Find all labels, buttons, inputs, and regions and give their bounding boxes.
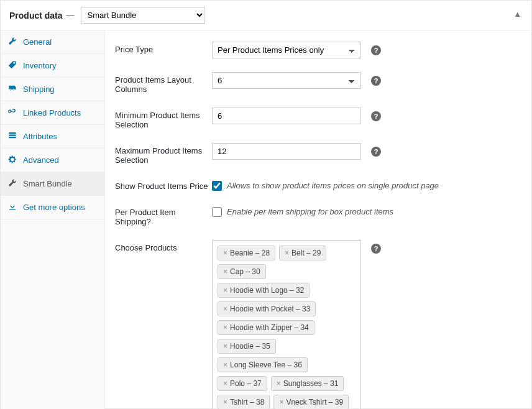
row-min-selection: Minimum Product Items Selection ?: [115, 108, 513, 129]
product-tag[interactable]: ×Hoodie with Logo – 32: [218, 283, 310, 298]
wrench-icon: [8, 37, 19, 47]
sidebar: General Inventory Shipping Linked Produc…: [1, 30, 105, 409]
panel-title: Product data: [9, 11, 63, 21]
tag-remove-icon[interactable]: ×: [223, 398, 227, 407]
sidebar-item-label: Attributes: [23, 132, 57, 141]
row-per-item-shipping: Per Product Item Shipping? Enable per it…: [115, 204, 513, 226]
sidebar-item-label: Get more options: [23, 203, 85, 212]
label-choose-products: Choose Products: [115, 240, 212, 252]
checkbox-per-item-shipping[interactable]: [212, 207, 222, 217]
sidebar-item-label: General: [23, 37, 52, 47]
product-tag[interactable]: ×Polo – 37: [218, 376, 267, 391]
description-per-item-shipping: Enable per item shipping for box product…: [227, 207, 393, 216]
panel-header: Product data — Smart Bundle ▲: [1, 1, 531, 30]
tag-label: Cap – 30: [230, 267, 260, 276]
product-tag[interactable]: ×Beanie – 28: [218, 246, 275, 260]
tag-remove-icon[interactable]: ×: [223, 361, 227, 369]
sidebar-item-linked-products[interactable]: Linked Products: [1, 101, 104, 125]
tag-remove-icon[interactable]: ×: [223, 342, 227, 351]
select-layout-columns[interactable]: 6: [212, 72, 361, 89]
product-tag[interactable]: ×Cap – 30: [218, 264, 266, 279]
gear-icon: [8, 155, 19, 165]
row-max-selection: Maximum Product Items Selection ?: [115, 143, 513, 165]
description-show-prices: Allows to show product items prices on s…: [227, 181, 439, 190]
tag-remove-icon[interactable]: ×: [279, 398, 283, 407]
title-dash: —: [66, 11, 75, 20]
tag-label: Hoodie with Pocket – 33: [230, 305, 310, 313]
row-show-prices: Show Product Items Price Allows to show …: [115, 178, 513, 191]
sidebar-item-advanced[interactable]: Advanced: [1, 149, 104, 172]
link-icon: [8, 108, 19, 118]
input-max-selection[interactable]: [212, 143, 361, 160]
product-tag[interactable]: ×Long Sleeve Tee – 36: [218, 357, 308, 372]
tag-label: Beanie – 28: [230, 249, 270, 257]
sidebar-item-general[interactable]: General: [1, 30, 104, 54]
tag-remove-icon[interactable]: ×: [223, 267, 227, 276]
product-tag[interactable]: ×Tshirt – 38: [218, 395, 270, 409]
input-min-selection[interactable]: [212, 108, 361, 124]
sidebar-item-label: Advanced: [23, 155, 59, 165]
product-tag[interactable]: ×Belt – 29: [279, 246, 326, 260]
help-icon[interactable]: ?: [371, 147, 381, 157]
product-tag[interactable]: ×Hoodie with Zipper – 34: [218, 320, 314, 335]
product-tag[interactable]: ×Vneck Tshirt – 39: [273, 395, 349, 409]
help-icon[interactable]: ?: [371, 244, 381, 254]
tag-remove-icon[interactable]: ×: [223, 305, 227, 313]
tag-label: Belt – 29: [291, 249, 321, 257]
sidebar-item-attributes[interactable]: Attributes: [1, 125, 104, 149]
checkbox-show-prices[interactable]: [212, 181, 222, 191]
label-max-selection: Maximum Product Items Selection: [115, 143, 212, 165]
help-icon[interactable]: ?: [371, 45, 381, 55]
sidebar-item-label: Linked Products: [23, 108, 81, 117]
tag-label: Tshirt – 38: [230, 398, 264, 407]
product-tag-container[interactable]: ×Beanie – 28×Belt – 29×Cap – 30×Hoodie w…: [212, 240, 361, 409]
tag-remove-icon[interactable]: ×: [223, 249, 227, 257]
help-icon[interactable]: ?: [371, 76, 381, 86]
panel-body: General Inventory Shipping Linked Produc…: [1, 30, 531, 409]
label-min-selection: Minimum Product Items Selection: [115, 108, 212, 129]
product-tag[interactable]: ×Hoodie – 35: [218, 339, 276, 354]
sidebar-item-label: Smart Bundle: [23, 179, 72, 188]
row-choose-products: Choose Products ×Beanie – 28×Belt – 29×C…: [115, 240, 513, 409]
sidebar-item-inventory[interactable]: Inventory: [1, 54, 104, 78]
truck-icon: [8, 84, 19, 94]
label-show-prices: Show Product Items Price: [115, 178, 212, 191]
label-per-item-shipping: Per Product Item Shipping?: [115, 204, 212, 226]
download-icon: [8, 202, 19, 213]
tag-label: Hoodie with Logo – 32: [230, 286, 304, 295]
select-price-type[interactable]: Per Product Items Prices only: [212, 42, 361, 58]
tag-label: Vneck Tshirt – 39: [286, 398, 343, 407]
tag-remove-icon[interactable]: ×: [223, 323, 227, 332]
product-type-select[interactable]: Smart Bundle: [81, 7, 205, 24]
product-data-panel: Product data — Smart Bundle ▲ General In…: [0, 0, 532, 409]
help-icon[interactable]: ?: [371, 111, 381, 121]
product-tag[interactable]: ×Hoodie with Pocket – 33: [218, 301, 316, 316]
collapse-toggle-icon[interactable]: ▲: [513, 9, 521, 19]
tag-label: Hoodie with Zipper – 34: [230, 323, 309, 332]
sidebar-item-shipping[interactable]: Shipping: [1, 78, 104, 101]
tag-remove-icon[interactable]: ×: [285, 249, 289, 257]
content-area: Price Type Per Product Items Prices only…: [105, 30, 531, 409]
sidebar-item-label: Inventory: [23, 61, 56, 70]
sidebar-item-get-more[interactable]: Get more options: [1, 196, 104, 219]
tag-label: Long Sleeve Tee – 36: [230, 361, 302, 369]
list-icon: [8, 131, 19, 142]
tag-remove-icon[interactable]: ×: [223, 379, 227, 388]
row-layout-columns: Product Items Layout Columns 6 ?: [115, 72, 513, 94]
label-layout-columns: Product Items Layout Columns: [115, 72, 212, 94]
tag-icon: [8, 60, 19, 71]
sidebar-item-smart-bundle[interactable]: Smart Bundle: [1, 172, 104, 196]
tag-label: Hoodie – 35: [230, 342, 270, 351]
tag-remove-icon[interactable]: ×: [277, 379, 281, 388]
product-tag[interactable]: ×Sunglasses – 31: [271, 376, 344, 391]
wrench-icon: [8, 178, 19, 189]
tag-label: Polo – 37: [230, 379, 262, 388]
tag-remove-icon[interactable]: ×: [223, 286, 227, 295]
sidebar-item-label: Shipping: [23, 85, 55, 94]
row-price-type: Price Type Per Product Items Prices only…: [115, 42, 513, 58]
tag-label: Sunglasses – 31: [283, 379, 339, 388]
label-price-type: Price Type: [115, 42, 212, 54]
